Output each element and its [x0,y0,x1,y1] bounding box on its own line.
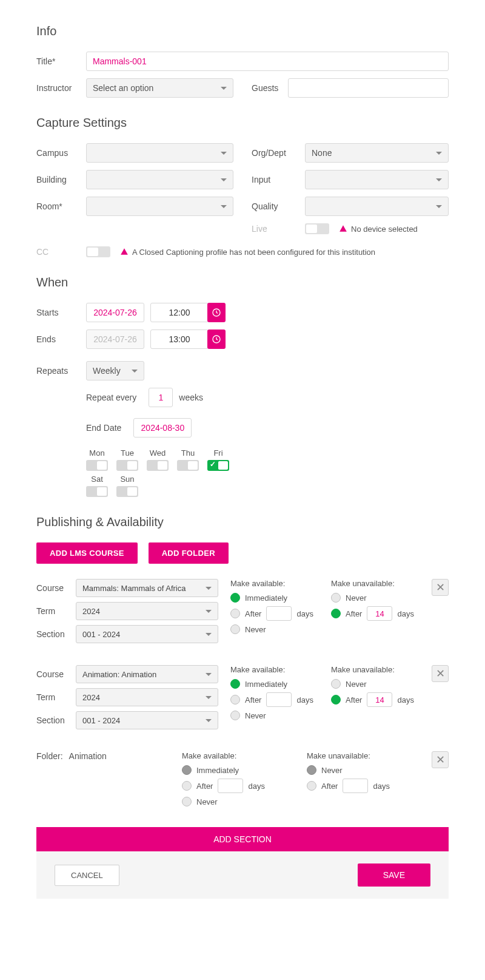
warning-icon [120,248,129,256]
radio-avail-never[interactable] [230,711,240,720]
label-cc: CC [36,247,86,257]
day-label-sat: Sat [91,475,103,484]
day-toggle-tue[interactable] [116,460,138,471]
radio-avail-immediately[interactable] [182,765,192,775]
start-time-picker-button[interactable] [207,303,226,322]
label-ends: Ends [36,334,86,344]
radio-avail-after[interactable] [230,695,240,705]
day-toggle-thu[interactable] [177,460,199,471]
label-live: Live [252,224,305,234]
label-title: Title* [36,56,86,66]
folder-name: Animation [69,751,107,761]
radio-avail-immediately[interactable] [230,593,240,603]
repeat-every-input[interactable] [149,388,173,407]
course-select[interactable]: Mammals: Mammals of Africa [76,579,218,597]
radio-avail-never[interactable] [230,624,240,634]
clock-icon [212,308,221,317]
instructor-select[interactable]: Select an option [86,78,233,98]
radio-unavail-never[interactable] [331,679,341,689]
end-time-input[interactable] [150,329,209,349]
label-instructor: Instructor [36,83,86,93]
title-input[interactable] [86,52,449,71]
radio-unavail-after[interactable] [331,609,341,618]
chevron-down-icon [206,633,212,636]
repeats-select[interactable]: Weekly [86,361,144,380]
term-select[interactable]: 2024 [76,602,218,620]
radio-avail-immediately[interactable] [230,679,240,689]
start-date-input[interactable] [86,303,144,322]
course-select[interactable]: Animation: Animation [76,665,218,683]
label-orgdept: Org/Dept [252,148,305,158]
guests-input[interactable] [288,78,449,98]
label-folder: Folder: [36,751,63,761]
label-starts: Starts [36,308,86,317]
quality-select[interactable] [305,197,449,216]
room-select[interactable] [86,197,233,216]
term-select[interactable]: 2024 [76,688,218,706]
orgdept-value: None [312,148,332,158]
live-toggle[interactable] [305,223,329,234]
avail-after-days-input[interactable] [266,692,292,707]
chevron-down-icon [436,178,442,181]
campus-select[interactable] [86,143,233,163]
start-time-input[interactable] [150,303,209,322]
chevron-down-icon [221,152,227,155]
folder-entry: Folder: Animation Make available: Immedi… [36,751,449,810]
label-input: Input [252,175,305,184]
chevron-down-icon [206,610,212,613]
add-folder-button[interactable]: ADD FOLDER [149,542,229,564]
add-section-button[interactable]: ADD SECTION [36,827,449,851]
day-label-sun: Sun [120,475,134,484]
avail-after-days-input[interactable] [218,779,243,793]
label-building: Building [36,175,86,184]
label-make-unavailable: Make unavailable: [331,579,420,588]
label-term: Term [36,692,76,702]
avail-after-days-input[interactable] [266,606,292,621]
label-make-available: Make available: [230,579,319,588]
day-toggle-fri[interactable] [207,460,229,471]
heading-when: When [36,275,449,289]
radio-avail-after[interactable] [182,781,192,791]
remove-entry-button[interactable]: ✕ [432,579,449,596]
radio-unavail-after[interactable] [331,695,341,705]
section-select[interactable]: 001 - 2024 [76,711,218,729]
remove-folder-button[interactable]: ✕ [432,751,449,768]
building-select[interactable] [86,170,233,189]
day-label-wed: Wed [150,448,166,458]
chevron-down-icon [436,152,442,155]
add-lms-course-button[interactable]: ADD LMS COURSE [36,542,138,564]
radio-unavail-after[interactable] [307,781,316,791]
input-select[interactable] [305,170,449,189]
unavail-after-days-input[interactable] [367,606,392,621]
radio-unavail-never[interactable] [307,765,316,775]
repeat-end-date-input[interactable] [133,418,192,438]
orgdept-select[interactable]: None [305,143,449,163]
radio-unavail-never[interactable] [331,593,341,603]
end-date-input[interactable] [86,329,144,349]
close-icon: ✕ [436,753,445,766]
chevron-down-icon [206,673,212,676]
cancel-button[interactable]: CANCEL [55,865,119,886]
label-section: Section [36,715,76,725]
section-select[interactable]: 001 - 2024 [76,625,218,643]
cc-toggle[interactable] [86,246,110,257]
day-toggle-sat[interactable] [86,486,108,497]
publish-entry: Course Mammals: Mammals of Africa Term 2… [36,579,449,648]
close-icon: ✕ [436,581,445,594]
day-toggle-mon[interactable] [86,460,108,471]
label-repeats: Repeats [36,366,86,376]
day-toggle-sun[interactable] [116,486,138,497]
end-time-picker-button[interactable] [207,329,226,349]
repeats-value: Weekly [93,366,121,376]
radio-avail-never[interactable] [182,797,192,806]
unavail-after-days-input[interactable] [343,779,368,793]
instructor-select-value: Select an option [93,83,153,93]
day-toggle-wed[interactable] [147,460,169,471]
save-button[interactable]: SAVE [358,863,430,887]
radio-avail-after[interactable] [230,609,240,618]
clock-icon [212,334,221,344]
remove-entry-button[interactable]: ✕ [432,665,449,682]
unavail-after-days-input[interactable] [367,692,392,707]
label-make-available: Make available: [230,665,319,674]
label-term: Term [36,606,76,616]
